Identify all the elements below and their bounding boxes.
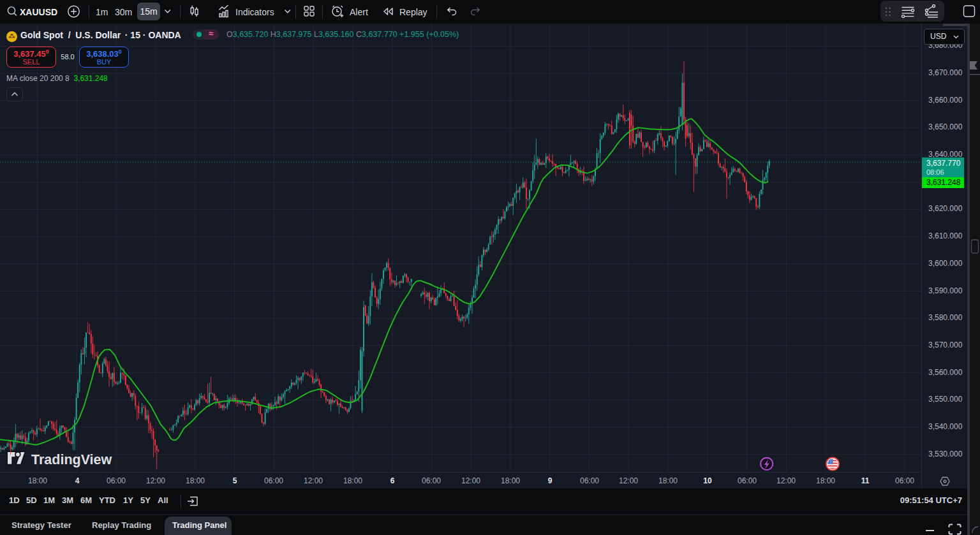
svg-text:TradingView: TradingView (31, 452, 112, 467)
